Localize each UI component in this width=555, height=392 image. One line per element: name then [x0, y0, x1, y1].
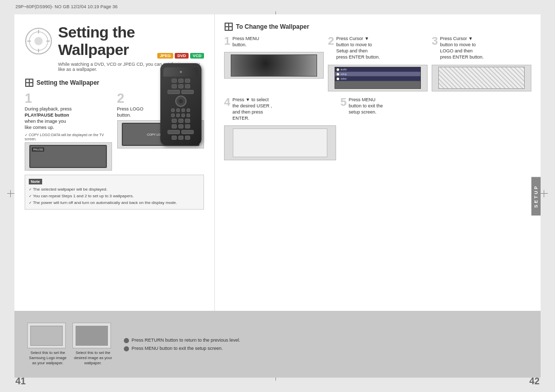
remote-body [160, 63, 201, 145]
remote-btn7 [171, 108, 175, 112]
right-step4: 4 Press ▼ to select the desired USER , a… [224, 97, 336, 161]
title-text-group: Setting the Wallpaper JPEG DVD VCD [58, 24, 204, 59]
badge-jpeg: JPEG [157, 53, 173, 59]
remote-row7 [163, 124, 198, 128]
section-icon-right [224, 22, 233, 31]
page-title-area: Setting the Wallpaper JPEG DVD VCD [25, 24, 204, 59]
right-step4-text: Press ▼ to select the desired USER , and… [232, 97, 272, 122]
bottom-img-block1: Select this to set the Samsung Logo imag… [27, 323, 68, 365]
left-step1-text: During playback, press PLAY/PAUSE button… [25, 106, 112, 131]
remote-row3 [163, 90, 198, 94]
right-step2: 2 Press Cursor ▼ button to move to Setup… [328, 35, 428, 91]
remote-btn15 [172, 119, 177, 123]
wallpaper-preview1 [231, 54, 318, 77]
right-step5-text: Press MENU button to exit the setup scre… [349, 97, 383, 115]
right-step1-text: Press MENU button. [232, 35, 259, 48]
remote-row2 [163, 84, 198, 88]
remote-btn-wide2 [181, 90, 194, 94]
remote-btn18 [172, 124, 177, 128]
remote-row-circle [163, 96, 198, 107]
bottom-note2-text: Press MENU button to exit the setup scre… [132, 346, 223, 351]
bottom-img1 [27, 323, 66, 348]
menu-row1: audio [335, 67, 421, 72]
remote-control [156, 63, 205, 145]
right-step3-header: 3 Press Cursor ▼ button to move to LOGO … [432, 35, 531, 63]
remote-btn9 [181, 108, 185, 112]
remote-ir [180, 71, 182, 73]
remote-btn-wide4 [181, 130, 194, 134]
left-panel: Setting the Wallpaper JPEG DVD VCD While… [14, 14, 215, 311]
note-label: Note [29, 179, 42, 184]
remote-btn-wide1 [168, 90, 180, 94]
remote-btn20 [185, 124, 190, 128]
page-title: Setting the Wallpaper [58, 24, 154, 59]
note-box: Note The selected wallpaper will be disp… [25, 175, 204, 210]
right-step4-header: 4 Press ▼ to select the desired USER , a… [224, 97, 336, 124]
badge-dvd: DVD [175, 53, 189, 59]
bottom-img2-inner [76, 326, 107, 345]
svg-rect-15 [226, 27, 228, 30]
svg-rect-14 [229, 24, 232, 26]
right-step2-num: 2 [328, 35, 334, 47]
bottom-img1-caption: Select this to set the Samsung Logo imag… [27, 350, 68, 365]
right-step1-header: 1 Press MENU button. [224, 35, 324, 50]
tv-screen1: PAUSE [29, 145, 107, 168]
left-step1-image: PAUSE [25, 142, 112, 171]
note-text: The selected wallpaper will be displayed… [29, 186, 200, 206]
title-icon [25, 27, 53, 55]
svg-rect-9 [30, 80, 32, 82]
remote-btn3 [185, 79, 190, 83]
remote-btn8 [176, 108, 180, 112]
right-step3-image [432, 65, 531, 91]
right-steps-row2: 4 Press ▼ to select the desired USER , a… [224, 97, 531, 161]
remote-btn22 [178, 136, 183, 140]
left-step1: 1 During playback, press PLAY/PAUSE butt… [25, 91, 112, 171]
remote-btn2 [178, 79, 183, 83]
remote-top [163, 67, 198, 77]
right-step1: 1 Press MENU button. [224, 35, 324, 79]
bottom-images: Select this to set the Samsung Logo imag… [27, 323, 114, 365]
wallpaper-preview3 [438, 67, 525, 89]
menu-row3: video [335, 77, 421, 81]
right-section-title: To Change the Wallpaper [236, 23, 309, 30]
section-icon-left [25, 78, 34, 87]
remote-dpad [175, 96, 187, 107]
page-container: 29P~60P(DS990)- NO GB 12/2/04 10:19 Page… [0, 0, 555, 392]
remote-btn4 [172, 84, 177, 88]
tv-label1: PAUSE [32, 147, 44, 152]
right-step3: 3 Press Cursor ▼ button to move to LOGO … [432, 35, 531, 91]
doc-ref: 29P~60P(DS990)- NO GB 12/2/04 10:19 Page… [15, 4, 118, 9]
menu-dot2 [337, 73, 339, 76]
right-step3-num: 3 [432, 35, 438, 47]
right-step4-num: 4 [224, 97, 230, 108]
left-section-title: Setting the Wallpaper [36, 79, 99, 86]
bottom-note2: Press MENU button to exit the setup scre… [124, 346, 528, 351]
right-steps-row1: 1 Press MENU button. 2 [224, 35, 531, 91]
remote-row9 [163, 136, 198, 140]
right-step2-image: audio setup video [328, 65, 428, 91]
cross-left [7, 190, 14, 197]
right-section-header: To Change the Wallpaper [224, 22, 531, 31]
remote-btn13 [181, 114, 185, 117]
remote-btn16 [178, 119, 183, 123]
bottom-notes: Press RETURN button to return to the pre… [124, 338, 528, 351]
step1-copy-note: ✓ COPY LOGO DATA will be displayed on th… [25, 133, 112, 141]
remote-btn11 [171, 114, 175, 117]
bottom-img-block2: Select this to set the desired image as … [72, 323, 114, 365]
bottom-note1-text: Press RETURN button to return to the pre… [132, 338, 240, 343]
main-content: Setting the Wallpaper JPEG DVD VCD While… [14, 14, 541, 378]
bullet2 [124, 346, 129, 351]
remote-btn10 [187, 108, 190, 112]
right-step2-text: Press Cursor ▼ button to move to Setup a… [336, 35, 380, 61]
remote-row8 [163, 130, 198, 134]
remote-btn17 [185, 119, 190, 123]
remote-row4 [163, 108, 198, 112]
right-step1-image [224, 52, 324, 79]
setup-tab-wrapper: SETUP [531, 177, 541, 215]
page-num-right: 42 [529, 376, 540, 387]
cross-right [541, 190, 548, 197]
format-badges: JPEG DVD VCD [157, 53, 204, 59]
menu-row2: setup [335, 72, 421, 77]
right-step2-header: 2 Press Cursor ▼ button to move to Setup… [328, 35, 428, 63]
bottom-img1-inner [30, 326, 62, 345]
